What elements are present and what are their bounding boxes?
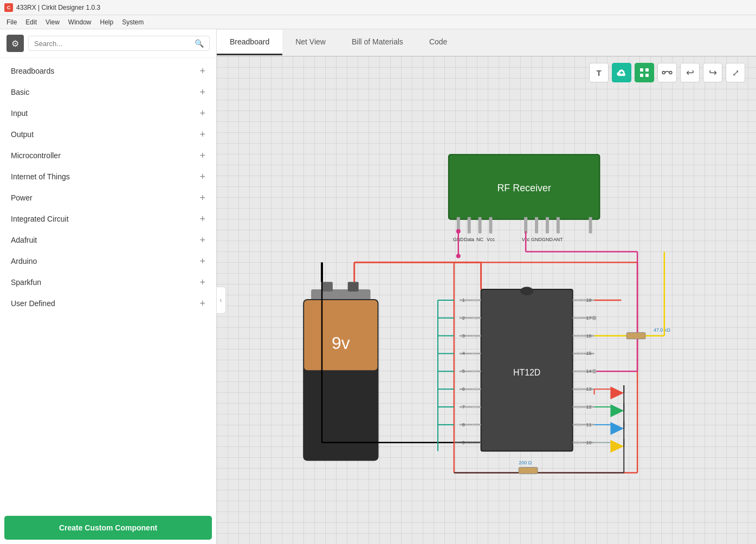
add-output-icon[interactable]: + xyxy=(199,129,205,139)
pin-d3-label: D3 xyxy=(576,386,582,392)
tab-net-view[interactable]: Net View xyxy=(282,30,339,55)
sidebar-item-output[interactable]: Output + xyxy=(2,124,214,145)
sidebar-item-adafruit[interactable]: Adafruit + xyxy=(2,230,214,250)
cloud-tool-button[interactable] xyxy=(612,63,631,82)
app-title: 433RX | Cirkit Designer 1.0.3 xyxy=(16,4,100,11)
category-label-ic: Integrated Circuit xyxy=(11,215,69,223)
pin-a2-num: 3 xyxy=(462,333,465,339)
sidebar-collapse-handle[interactable]: ‹ xyxy=(217,287,226,314)
undo-button[interactable]: ↩ xyxy=(680,63,700,82)
vt-dot xyxy=(592,316,597,320)
sidebar-item-microcontroller[interactable]: Microcontroller + xyxy=(2,145,214,166)
pin-a7-label: A7 xyxy=(472,422,478,428)
add-basic-icon[interactable]: + xyxy=(199,87,205,97)
sidebar-item-basic[interactable]: Basic + xyxy=(2,82,214,102)
pin-a6-label: A6 xyxy=(472,404,478,410)
redo-button[interactable]: ↪ xyxy=(703,63,722,82)
sidebar: ⚙ 🔍 Breadboards + Basic + Input + Output xyxy=(0,29,217,544)
add-breadboards-icon[interactable]: + xyxy=(199,66,205,76)
svg-rect-1 xyxy=(645,68,649,72)
rf-pin-8 xyxy=(557,217,560,234)
add-microcontroller-icon[interactable]: + xyxy=(199,151,205,160)
create-custom-component-button[interactable]: Create Custom Component xyxy=(4,516,212,540)
pin-a4-label: A4 xyxy=(472,368,478,374)
menu-edit[interactable]: Edit xyxy=(21,17,41,28)
pin-a2-label: A2 xyxy=(472,333,478,339)
connect-tool-button[interactable] xyxy=(657,63,677,82)
sidebar-header: ⚙ 🔍 xyxy=(0,29,216,58)
rf-receiver-label: RF Receiver xyxy=(497,183,551,193)
pin-a1-label: A1 xyxy=(472,315,478,321)
add-power-icon[interactable]: + xyxy=(199,193,205,203)
pin-d2-label: D2 xyxy=(576,404,582,410)
pin-input-num: 14 xyxy=(586,368,592,374)
add-adafruit-icon[interactable]: + xyxy=(199,235,205,245)
sidebar-item-sparkfun[interactable]: Sparkfun + xyxy=(2,272,214,293)
svg-rect-2 xyxy=(640,74,643,77)
menu-view[interactable]: View xyxy=(41,17,64,28)
add-user-defined-icon[interactable]: + xyxy=(199,299,205,308)
rf-pin-label-data: Data xyxy=(464,237,474,242)
pin-a5-num: 6 xyxy=(462,386,465,392)
search-icon: 🔍 xyxy=(195,39,204,48)
tab-bar: Breadboard Net View Bill of Materials Co… xyxy=(217,29,756,56)
resistor-2 xyxy=(519,467,538,474)
add-sparkfun-icon[interactable]: + xyxy=(199,277,205,287)
category-label-arduino: Arduino xyxy=(11,257,37,265)
pin-d0-label: D0 xyxy=(576,440,582,445)
resistor-1-label: 47.0 kΩ xyxy=(654,327,670,333)
sidebar-item-ic[interactable]: Integrated Circuit + xyxy=(2,209,214,229)
menu-file[interactable]: File xyxy=(2,17,21,28)
chip-notch xyxy=(520,287,533,295)
category-label-adafruit: Adafruit xyxy=(11,236,37,244)
pin-a3-num: 4 xyxy=(462,351,465,356)
tab-code[interactable]: Code xyxy=(416,30,460,55)
fullscreen-button[interactable]: ⤢ xyxy=(726,63,745,82)
pin-vcc-label: VCC xyxy=(576,297,586,303)
category-label-user-defined: User Defined xyxy=(11,299,55,308)
rf-pin-label-gnd2: GND xyxy=(531,237,542,242)
add-input-icon[interactable]: + xyxy=(199,108,205,118)
led-red xyxy=(610,386,624,399)
sidebar-item-power[interactable]: Power + xyxy=(2,187,214,208)
text-tool-button[interactable]: T xyxy=(589,63,609,82)
sidebar-item-input[interactable]: Input + xyxy=(2,103,214,124)
canvas-toolbar: T xyxy=(589,63,745,82)
sidebar-item-iot[interactable]: Internet of Things + xyxy=(2,166,214,187)
svg-rect-0 xyxy=(640,68,643,72)
category-label-basic: Basic xyxy=(11,88,29,96)
rf-pin-5 xyxy=(524,217,527,234)
svg-point-4 xyxy=(662,72,665,74)
battery-connector-neg xyxy=(322,282,333,292)
tab-breadboard[interactable]: Breadboard xyxy=(217,30,282,55)
pin-a5-label: A5 xyxy=(472,386,478,392)
menu-help[interactable]: Help xyxy=(96,17,118,28)
search-box[interactable]: 🔍 xyxy=(28,36,210,51)
sidebar-item-arduino[interactable]: Arduino + xyxy=(2,251,214,271)
pin-osc1-num: 16 xyxy=(586,333,592,339)
menu-system[interactable]: System xyxy=(118,17,148,28)
sidebar-item-user-defined[interactable]: User Defined + xyxy=(2,293,214,314)
add-iot-icon[interactable]: + xyxy=(199,172,205,182)
pin-a0-num: 1 xyxy=(462,297,465,303)
add-ic-icon[interactable]: + xyxy=(199,214,205,224)
led-green xyxy=(610,404,624,417)
tab-bom[interactable]: Bill of Materials xyxy=(339,30,416,55)
category-label-input: Input xyxy=(11,109,28,118)
pin-d1-label: D1 xyxy=(576,422,582,428)
search-input[interactable] xyxy=(34,40,195,48)
grid-tool-button[interactable] xyxy=(635,63,654,82)
rf-pin-6 xyxy=(535,217,538,234)
menu-bar: File Edit View Window Help System xyxy=(0,15,756,29)
pin-d1-num: 11 xyxy=(586,422,592,428)
battery-connector-pos xyxy=(348,282,359,292)
sidebar-categories: Breadboards + Basic + Input + Output + M… xyxy=(0,58,216,511)
main-layout: ⚙ 🔍 Breadboards + Basic + Input + Output xyxy=(0,29,756,544)
category-label-microcontroller: Microcontroller xyxy=(11,151,61,160)
rf-pin-label-ant: ANT xyxy=(553,237,563,242)
add-arduino-icon[interactable]: + xyxy=(199,256,205,266)
canvas-grid[interactable]: T xyxy=(217,56,756,544)
menu-window[interactable]: Window xyxy=(64,17,96,28)
sidebar-item-breadboards[interactable]: Breadboards + xyxy=(2,61,214,81)
pin-vcc-num: 18 xyxy=(586,297,592,303)
